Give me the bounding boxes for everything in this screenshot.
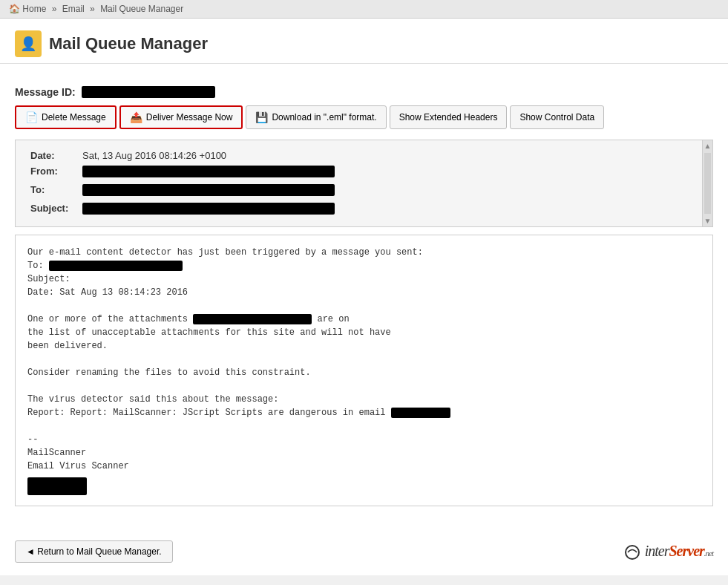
subject-row: Subject: — [26, 200, 702, 219]
message-id-label: Message ID: — [15, 86, 76, 98]
subject-value — [78, 200, 702, 219]
body-line-11 — [27, 379, 701, 393]
scrollbar[interactable]: ▲ ▼ — [702, 140, 712, 226]
body-line-5 — [27, 299, 701, 313]
subject-label: Subject: — [26, 200, 78, 219]
body-line-10: Consider renaming the files to avoid thi… — [27, 366, 701, 379]
breadcrumb-current: Mail Queue Manager — [100, 4, 183, 14]
delete-icon: 📄 — [25, 111, 38, 123]
redacted-attachment-inline — [193, 314, 312, 324]
show-extended-headers-button[interactable]: Show Extended Headers — [390, 105, 508, 129]
return-button[interactable]: ◄ Return to Mail Queue Manager. — [15, 540, 173, 563]
body-line-7: the list of unacceptable attachments for… — [27, 326, 701, 339]
body-line-8: been delivered. — [27, 339, 701, 353]
body-line-17: Email Virus Scanner — [27, 460, 701, 473]
from-value — [78, 163, 702, 182]
page-title: Mail Queue Manager — [49, 34, 208, 53]
message-id-value — [82, 86, 215, 98]
scroll-down-arrow[interactable]: ▼ — [703, 215, 712, 226]
date-row: Date: Sat, 13 Aug 2016 08:14:26 +0100 — [26, 148, 702, 163]
body-line-9 — [27, 353, 701, 366]
redacted-to-inline — [49, 261, 183, 271]
body-line-13: Report: Report: MailScanner: JScript Scr… — [27, 406, 701, 419]
body-line-2: To: — [27, 259, 701, 272]
from-label: From: — [26, 163, 78, 182]
brand-logo-icon — [624, 544, 640, 561]
redacted-signature-inline — [27, 477, 87, 495]
body-line-12: The virus detector said this about the m… — [27, 393, 701, 406]
bottom-row: ◄ Return to Mail Queue Manager. interSer… — [0, 533, 728, 570]
deliver-message-button[interactable]: 📤 Deliver Message Now — [119, 105, 243, 129]
mail-info-table: Date: Sat, 13 Aug 2016 08:14:26 +0100 Fr… — [26, 148, 702, 219]
body-line-3: Subject: — [27, 272, 701, 286]
date-label: Date: — [26, 148, 78, 163]
to-label: To: — [26, 182, 78, 200]
body-line-4: Date: Sat Aug 13 08:14:23 2016 — [27, 286, 701, 299]
download-icon: 💾 — [255, 111, 268, 123]
body-line-16: MailScanner — [27, 446, 701, 460]
date-value: Sat, 13 Aug 2016 08:14:26 +0100 — [78, 148, 702, 163]
download-eml-button[interactable]: 💾 Download in ".eml" format. — [246, 105, 386, 129]
body-line-18 — [27, 477, 701, 495]
home-icon: 🏠 — [9, 4, 20, 14]
page-icon: 👤 — [15, 30, 42, 57]
mail-info-box: Date: Sat, 13 Aug 2016 08:14:26 +0100 Fr… — [15, 140, 713, 227]
breadcrumb: 🏠 Home » Email » Mail Queue Manager — [0, 0, 728, 19]
to-row: To: — [26, 182, 702, 200]
body-line-6: One or more of the attachments are on — [27, 313, 701, 326]
redacted-report-inline — [391, 408, 450, 418]
delete-message-button[interactable]: 📄 Delete Message — [15, 105, 117, 129]
brand-logo: interServer.net — [624, 543, 713, 561]
body-line-1: Our e-mail content detector has just bee… — [27, 246, 701, 259]
deliver-icon: 📤 — [130, 111, 142, 123]
to-value — [78, 182, 702, 200]
svg-point-0 — [626, 546, 639, 559]
message-body: Our e-mail content detector has just bee… — [15, 235, 713, 506]
scroll-track[interactable] — [704, 153, 711, 214]
breadcrumb-home[interactable]: Home — [22, 4, 46, 14]
from-row: From: — [26, 163, 702, 182]
body-line-15: -- — [27, 433, 701, 446]
breadcrumb-email[interactable]: Email — [62, 4, 85, 14]
body-line-14 — [27, 419, 701, 433]
action-buttons: 📄 Delete Message 📤 Deliver Message Now 💾… — [15, 105, 713, 129]
scroll-up-arrow[interactable]: ▲ — [703, 140, 712, 151]
show-control-data-button[interactable]: Show Control Data — [510, 105, 604, 129]
